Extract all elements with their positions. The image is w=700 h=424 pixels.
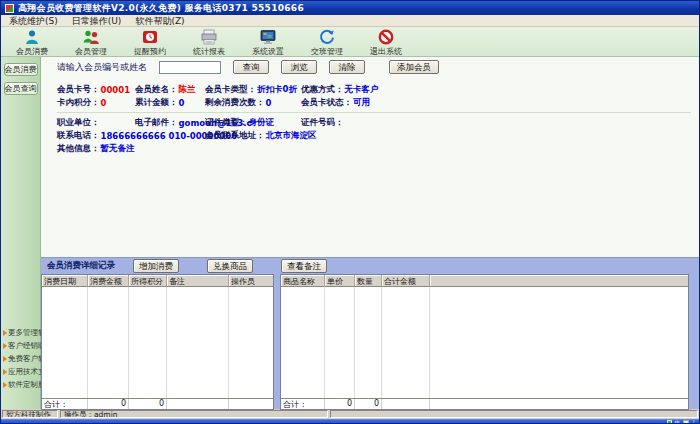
column-header[interactable]: 备注 bbox=[167, 275, 229, 287]
field-address: 会员联系地址： 北京市海淀区 bbox=[205, 129, 691, 142]
query-button[interactable]: 查询 bbox=[233, 60, 269, 74]
member-search-row: 请输入会员编号或姓名 查询 浏览 清除 添加会员 bbox=[41, 57, 699, 77]
card-no-value: 00001 bbox=[101, 85, 131, 95]
os-taskbar[interactable]: 中 ♪ bbox=[1, 419, 699, 424]
card-type-value: 折扣卡0折 bbox=[257, 84, 297, 96]
column-header[interactable]: 消费日期 bbox=[42, 275, 88, 287]
total-quantity: 0 bbox=[355, 399, 382, 409]
sidebar-link-dealer-contact[interactable]: 客户经销联系 bbox=[3, 339, 40, 352]
member-consume-icon bbox=[23, 29, 41, 45]
total-label: 合计： bbox=[42, 399, 88, 409]
field-id-no: 证件号码： bbox=[301, 116, 691, 129]
sidebar: 会员消费 会员查询 更多管理软件 客户经销联系 免费客户软件 应用技术支持 bbox=[1, 57, 41, 409]
consume-table-footer: 合计： 0 0 bbox=[42, 398, 273, 409]
menu-system-maintenance[interactable]: 系统维护(S) bbox=[3, 15, 64, 27]
toolbar-label: 会员管理 bbox=[75, 46, 107, 57]
sidebar-link-custom-service[interactable]: 软件定制服务 bbox=[3, 378, 40, 391]
field-member-name: 会员姓名： 陈兰 bbox=[135, 83, 205, 96]
goods-table-body[interactable] bbox=[281, 287, 688, 398]
member-search-input[interactable] bbox=[159, 61, 221, 74]
tables-region: 消费日期 消费金额 所得积分 备注 操作员 bbox=[41, 274, 699, 410]
sidebar-link-free-software[interactable]: 免费客户软件 bbox=[3, 352, 40, 365]
statusbar-brand: 智方科技制作 bbox=[2, 410, 58, 418]
field-phone: 联系电话： 18666666666 010-00000000 bbox=[57, 129, 205, 142]
speaker-icon[interactable]: ♪ bbox=[692, 420, 695, 424]
ime-chinese-icon[interactable]: 中 bbox=[675, 420, 680, 424]
toolbar-label: 交班管理 bbox=[311, 46, 343, 57]
column-header bbox=[430, 275, 688, 287]
add-member-button[interactable]: 添加会员 bbox=[389, 60, 439, 74]
column-header[interactable]: 所得积分 bbox=[129, 275, 167, 287]
field-points: 卡内积分： 0 bbox=[57, 96, 135, 109]
arrow-bullet-icon bbox=[3, 382, 7, 388]
member-name-value: 陈兰 bbox=[179, 84, 196, 96]
toolbar-button-member-consume[interactable]: 会员消费 bbox=[11, 29, 53, 57]
exit-system-icon bbox=[377, 29, 395, 45]
column-header[interactable]: 合计金额 bbox=[382, 275, 430, 287]
toolbar-button-remind-appointment[interactable]: 提醒预约 bbox=[129, 29, 171, 57]
toolbar-button-exit-system[interactable]: 退出系统 bbox=[365, 29, 407, 57]
app-icon bbox=[5, 4, 14, 13]
sidebar-link-more-software[interactable]: 更多管理软件 bbox=[3, 326, 40, 339]
consume-detail-area: 会员消费详细记录 增加消费 兑换商品 查看备注 消费日期 消费金额 所得积分 备… bbox=[41, 257, 699, 409]
toolbar-label: 退出系统 bbox=[370, 46, 402, 57]
field-card-status: 会员卡状态： 可用 bbox=[301, 96, 691, 109]
menu-daily-operation[interactable]: 日常操作(U) bbox=[66, 15, 128, 27]
field-total-amount: 累计金额： 0 bbox=[135, 96, 205, 109]
field-email: 电子邮件： gomooh@163.c bbox=[135, 116, 205, 129]
view-note-button[interactable]: 查看备注 bbox=[281, 259, 327, 273]
sidebar-link-tech-support[interactable]: 应用技术支持 bbox=[3, 365, 40, 378]
consume-table[interactable]: 消费日期 消费金额 所得积分 备注 操作员 bbox=[41, 274, 274, 410]
column-header[interactable]: 消费金额 bbox=[88, 275, 129, 287]
column-header[interactable]: 商品名称 bbox=[281, 275, 325, 287]
divider bbox=[57, 112, 691, 113]
total-price: 0 bbox=[325, 399, 355, 409]
field-discount-mode: 优惠方式： 无卡客户 bbox=[301, 83, 691, 96]
field-id-type: 证件类型： 身份证 bbox=[205, 116, 301, 129]
search-label: 请输入会员编号或姓名 bbox=[57, 61, 147, 74]
address-value: 北京市海淀区 bbox=[266, 130, 317, 142]
menu-software-help[interactable]: 软件帮助(Z) bbox=[129, 15, 190, 27]
remind-appointment-icon bbox=[141, 29, 159, 45]
discount-mode-value: 无卡客户 bbox=[345, 84, 379, 96]
column-header[interactable]: 数量 bbox=[355, 275, 382, 287]
add-consume-button[interactable]: 增加消费 bbox=[133, 259, 179, 273]
member-info-panel: 会员卡号： 00001 会员姓名： 陈兰 会员卡类型： 折扣卡0折 优惠方式： … bbox=[41, 79, 699, 157]
statusbar-spacer bbox=[330, 410, 698, 418]
tray-app-icon[interactable] bbox=[667, 420, 672, 424]
menubar: 系统维护(S) 日常操作(U) 软件帮助(Z) bbox=[1, 15, 699, 27]
keyboard-icon[interactable] bbox=[683, 420, 689, 424]
goods-table[interactable]: 商品名称 单价 数量 合计金额 bbox=[280, 274, 689, 410]
system-settings-icon bbox=[259, 29, 277, 45]
statusbar-operator: 操作员：admin bbox=[60, 410, 328, 418]
toolbar-button-system-settings[interactable]: 系统设置 bbox=[247, 29, 289, 57]
shift-manage-icon bbox=[318, 29, 336, 45]
toolbar-button-shift-manage[interactable]: 交班管理 bbox=[306, 29, 348, 57]
column-header[interactable]: 操作员 bbox=[229, 275, 273, 287]
arrow-bullet-icon bbox=[3, 369, 7, 375]
field-card-type: 会员卡类型： 折扣卡0折 bbox=[205, 83, 301, 96]
toolbar-button-report[interactable]: 统计报表 bbox=[188, 29, 230, 57]
other-info-value: 暂无备注 bbox=[101, 143, 135, 155]
detail-toolbar: 会员消费详细记录 增加消费 兑换商品 查看备注 bbox=[41, 258, 699, 274]
toolbar-button-member-manage[interactable]: 会员管理 bbox=[70, 29, 112, 57]
column-header[interactable]: 单价 bbox=[325, 275, 355, 287]
goods-table-header: 商品名称 单价 数量 合计金额 bbox=[281, 275, 688, 287]
exchange-goods-button[interactable]: 兑换商品 bbox=[207, 259, 253, 273]
titlebar: 高翔会员收费管理软件V2.0(永久免费) 服务电话0371 55510666 bbox=[1, 1, 699, 15]
app-window: 高翔会员收费管理软件V2.0(永久免费) 服务电话0371 55510666 系… bbox=[0, 0, 700, 424]
total-points: 0 bbox=[129, 399, 167, 409]
field-card-no: 会员卡号： 00001 bbox=[57, 83, 135, 96]
detail-title: 会员消费详细记录 bbox=[47, 260, 115, 272]
sidebar-links: 更多管理软件 客户经销联系 免费客户软件 应用技术支持 软件定制服务 bbox=[1, 326, 40, 391]
clear-button[interactable]: 清除 bbox=[329, 60, 365, 74]
browse-button[interactable]: 浏览 bbox=[281, 60, 317, 74]
toolbar: 会员消费 会员管理 提醒预约 bbox=[1, 27, 699, 57]
consume-table-body[interactable] bbox=[42, 287, 273, 398]
sidebar-button-member-query[interactable]: 会员查询 bbox=[4, 82, 38, 95]
sidebar-button-member-consume[interactable]: 会员消费 bbox=[4, 63, 38, 76]
statusbar: 智方科技制作 操作员：admin bbox=[1, 409, 699, 419]
arrow-bullet-icon bbox=[3, 343, 7, 349]
window-title: 高翔会员收费管理软件V2.0(永久免费) 服务电话0371 55510666 bbox=[18, 2, 304, 15]
field-company: 职业单位： bbox=[57, 116, 135, 129]
